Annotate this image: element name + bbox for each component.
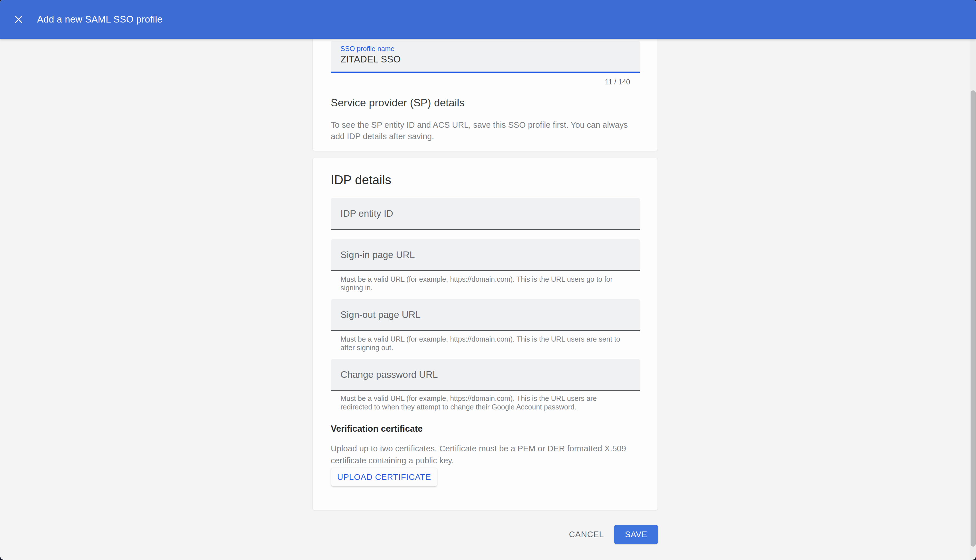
- idp-details-heading: IDP details: [331, 173, 391, 187]
- idp-entity-id-label: IDP entity ID: [331, 208, 393, 219]
- sp-details-description: To see the SP entity ID and ACS URL, sav…: [331, 119, 638, 142]
- scrollbar-thumb[interactable]: [971, 90, 976, 547]
- save-button[interactable]: SAVE: [614, 525, 658, 544]
- add-saml-sso-profile-dialog: Add a new SAML SSO profile SSO profile n…: [0, 0, 976, 560]
- sign-out-page-url-label: Sign-out page URL: [331, 309, 421, 320]
- sp-details-heading: Service provider (SP) details: [331, 97, 465, 109]
- sso-profile-name-label: SSO profile name: [341, 45, 394, 53]
- sso-profile-name-field[interactable]: SSO profile name ZITADEL SSO: [331, 41, 640, 73]
- char-counter: 11 / 140: [605, 78, 630, 86]
- sign-out-page-url-field[interactable]: Sign-out page URL: [331, 299, 640, 331]
- upload-certificate-button[interactable]: UPLOAD CERTIFICATE: [331, 468, 437, 486]
- idp-details-card: IDP details IDP entity ID Sign-in page U…: [313, 158, 658, 510]
- change-password-url-field[interactable]: Change password URL: [331, 359, 640, 391]
- sign-in-page-url-field[interactable]: Sign-in page URL: [331, 239, 640, 271]
- sign-out-url-helper-text: Must be a valid URL (for example, https:…: [341, 335, 629, 352]
- scrollbar-track[interactable]: [970, 39, 976, 560]
- change-password-url-helper-text: Must be a valid URL (for example, https:…: [341, 394, 629, 411]
- verification-certificate-description: Upload up to two certificates. Certifica…: [331, 443, 633, 467]
- dialog-header: Add a new SAML SSO profile: [0, 0, 976, 39]
- dialog-title: Add a new SAML SSO profile: [37, 0, 162, 39]
- close-icon[interactable]: [14, 15, 23, 24]
- sso-profile-name-value: ZITADEL SSO: [341, 54, 401, 65]
- cancel-button[interactable]: CANCEL: [565, 526, 608, 543]
- verification-certificate-heading: Verification certificate: [331, 424, 423, 434]
- sp-details-card: SSO profile name ZITADEL SSO 11 / 140 Se…: [313, 39, 658, 151]
- idp-entity-id-field[interactable]: IDP entity ID: [331, 198, 640, 230]
- sign-in-page-url-label: Sign-in page URL: [331, 250, 415, 260]
- sign-in-url-helper-text: Must be a valid URL (for example, https:…: [341, 275, 629, 292]
- change-password-url-label: Change password URL: [331, 369, 438, 380]
